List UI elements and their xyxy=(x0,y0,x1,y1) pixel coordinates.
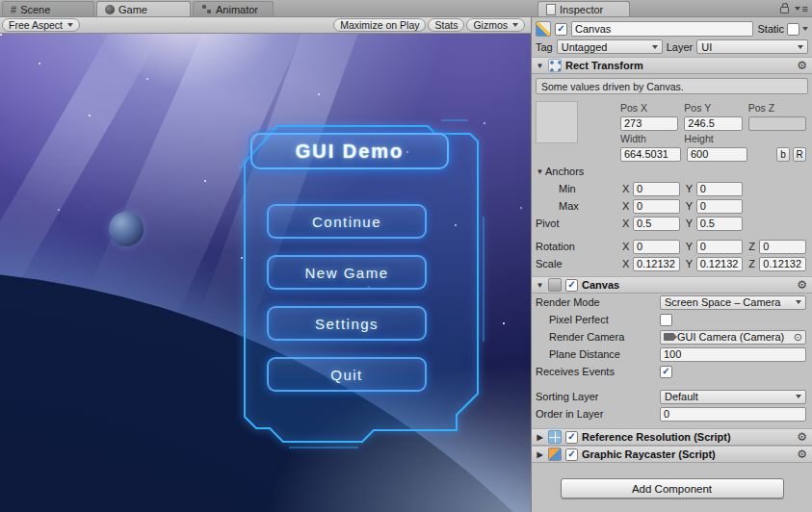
static-dropdown-arrow-icon[interactable] xyxy=(802,27,808,31)
stats-button[interactable]: Stats xyxy=(428,18,464,32)
render-mode-dropdown[interactable]: Screen Space – Camera xyxy=(660,295,806,310)
order-in-layer-field[interactable]: 0 xyxy=(660,407,806,422)
tab-scene[interactable]: # Scene xyxy=(2,1,94,16)
canvas-component-header[interactable]: ▼ ✓ Canvas ⚙ xyxy=(532,276,812,294)
render-camera-label: Render Camera xyxy=(536,331,656,343)
foldout-open-icon[interactable]: ▼ xyxy=(536,62,544,70)
anchors-min-y-field[interactable]: 0 xyxy=(696,182,744,196)
height-field[interactable]: 600 xyxy=(687,147,747,162)
new-game-button[interactable]: New Game xyxy=(267,255,427,290)
receives-events-checkbox[interactable]: ✓ xyxy=(660,366,672,378)
gear-icon[interactable]: ⚙ xyxy=(797,448,807,461)
raw-edit-mode-button[interactable]: R xyxy=(793,147,806,162)
anchors-foldout[interactable]: ▼ Anchors xyxy=(532,163,812,180)
anchors-max-y-field[interactable]: 0 xyxy=(696,199,744,214)
reference-resolution-header[interactable]: ▶ ✓ Reference Resolution (Script) ⚙ xyxy=(532,428,812,446)
canvas-gameobject-icon xyxy=(536,21,551,37)
pivot-x-field[interactable]: 0.5 xyxy=(633,217,680,231)
rotation-x-field[interactable]: 0 xyxy=(633,240,680,254)
render-camera-value: GUI Camera (Camera) xyxy=(677,331,791,343)
scale-y-field[interactable]: 0.12132 xyxy=(696,257,744,271)
quit-button[interactable]: Quit xyxy=(267,357,427,392)
anchors-max-x-field[interactable]: 0 xyxy=(633,199,680,214)
tab-game[interactable]: Game xyxy=(96,1,191,16)
width-field[interactable]: 664.5031 xyxy=(620,147,681,162)
tab-animator[interactable]: Animator xyxy=(193,1,274,16)
aspect-dropdown[interactable]: Free Aspect xyxy=(2,18,80,32)
anchor-preset-preview[interactable] xyxy=(536,101,578,143)
rotation-label: Rotation xyxy=(536,241,622,252)
continue-button[interactable]: Continue xyxy=(267,204,427,239)
dropdown-arrow-icon xyxy=(512,23,518,27)
gear-icon[interactable]: ⚙ xyxy=(797,59,807,72)
active-checkbox[interactable]: ✓ xyxy=(555,23,567,36)
maximize-on-play-button[interactable]: Maximize on Play xyxy=(333,18,426,32)
pixel-perfect-checkbox[interactable] xyxy=(660,314,672,326)
render-mode-value: Screen Space – Camera xyxy=(665,296,780,308)
gear-icon[interactable]: ⚙ xyxy=(797,278,807,292)
foldout-open-icon[interactable]: ▼ xyxy=(536,281,544,290)
tag-dropdown[interactable]: Untagged xyxy=(557,39,663,54)
static-checkbox[interactable] xyxy=(787,23,799,36)
render-camera-field[interactable]: GUI Camera (Camera) ⊙ xyxy=(660,330,806,345)
panel-menu-icon[interactable]: ≡ xyxy=(795,3,808,14)
camera-icon xyxy=(664,333,674,341)
animator-icon xyxy=(201,4,212,14)
gizmos-dropdown[interactable]: Gizmos xyxy=(466,18,525,32)
z-axis-label: Z xyxy=(748,258,756,269)
graphic-raycaster-header[interactable]: ▶ ✓ Graphic Raycaster (Script) ⚙ xyxy=(532,446,812,463)
layer-label: Layer xyxy=(667,41,694,53)
scale-x-field[interactable]: 0.12132 xyxy=(633,257,680,271)
inspector-panel: ✓ Static Tag Untagged Layer UI ▼ xyxy=(531,17,812,512)
tab-inspector[interactable]: Inspector xyxy=(537,1,630,16)
receives-events-label: Receives Events xyxy=(536,366,656,377)
render-camera-row: Render Camera GUI Camera (Camera) ⊙ xyxy=(532,328,812,346)
name-field[interactable] xyxy=(571,21,753,37)
x-axis-label: X xyxy=(622,258,630,269)
scale-row: Scale X 0.12132 Y 0.12132 Z 0.12132 xyxy=(532,255,812,272)
canvas-enabled-checkbox[interactable]: ✓ xyxy=(565,279,578,292)
scale-z-field[interactable]: 0.12132 xyxy=(759,257,806,271)
object-picker-icon[interactable]: ⊙ xyxy=(794,332,802,343)
sorting-layer-dropdown[interactable]: Default xyxy=(660,390,806,404)
pivot-y-field[interactable]: 0.5 xyxy=(696,217,744,231)
menu-title: GUI Demo xyxy=(250,133,449,169)
graphic-raycaster-enabled-checkbox[interactable]: ✓ xyxy=(565,448,578,461)
stars xyxy=(0,34,2,36)
rect-transform-header[interactable]: ▼ Rect Transform ⚙ xyxy=(532,57,812,74)
rect-transform-icon xyxy=(548,59,562,72)
pixel-perfect-row: Pixel Perfect xyxy=(532,311,812,328)
lock-icon[interactable] xyxy=(780,7,789,13)
anchors-min-x-field[interactable]: 0 xyxy=(633,182,680,196)
check-icon: ✓ xyxy=(567,449,575,459)
x-axis-label: X xyxy=(622,183,630,194)
pos-x-field[interactable]: 273 xyxy=(620,116,678,131)
pos-y-field[interactable]: 246.5 xyxy=(684,116,742,131)
unity-editor-window: # Scene Game Animator Inspector ≡ Free A… xyxy=(0,0,812,512)
tab-inspector-label: Inspector xyxy=(560,4,603,15)
foldout-closed-icon[interactable]: ▶ xyxy=(536,450,544,459)
sorting-layer-row: Sorting Layer Default xyxy=(532,388,812,405)
rotation-y-field[interactable]: 0 xyxy=(696,240,744,254)
scene-icon: # xyxy=(11,4,16,15)
graphic-raycaster-icon xyxy=(548,448,562,461)
plane-distance-field[interactable]: 100 xyxy=(660,347,806,362)
check-icon: ✓ xyxy=(567,280,575,290)
check-icon: ✓ xyxy=(567,432,575,442)
dropdown-arrow-icon xyxy=(796,300,801,304)
reference-resolution-enabled-checkbox[interactable]: ✓ xyxy=(565,431,578,444)
gear-icon[interactable]: ⚙ xyxy=(797,430,807,444)
rotation-z-field[interactable]: 0 xyxy=(759,240,806,254)
pixel-perfect-label: Pixel Perfect xyxy=(536,314,656,325)
foldout-open-icon[interactable]: ▼ xyxy=(536,167,544,176)
y-axis-label: Y xyxy=(686,258,694,269)
panel-controls: ≡ xyxy=(780,2,808,15)
blueprint-mode-button[interactable]: b xyxy=(776,147,790,162)
foldout-closed-icon[interactable]: ▶ xyxy=(536,433,544,442)
render-mode-label: Render Mode xyxy=(536,296,656,308)
tag-value: Untagged xyxy=(562,41,608,53)
settings-button[interactable]: Settings xyxy=(267,306,427,341)
layer-dropdown[interactable]: UI xyxy=(696,39,808,54)
add-component-button[interactable]: Add Component xyxy=(561,478,784,499)
aspect-dropdown-label: Free Aspect xyxy=(9,19,63,31)
